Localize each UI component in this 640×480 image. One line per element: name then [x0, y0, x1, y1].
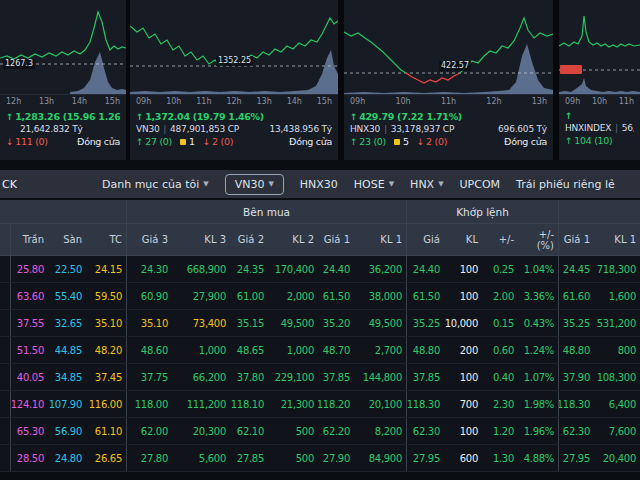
nav-item-label: VN30	[235, 178, 265, 191]
decliners-value: 2 (0)	[426, 136, 447, 147]
table-row[interactable]: 28.5024.8026.6527.805,60027.8550027.9084…	[0, 445, 640, 472]
price-tag	[560, 65, 582, 74]
column-header[interactable]: Giá 1	[558, 224, 594, 255]
table-row[interactable]: 63.6055.4059.5060.9027,90061.002,00061.5…	[0, 283, 640, 310]
column-header[interactable]: TC	[86, 224, 126, 255]
cell: 62.30	[558, 418, 594, 444]
ticker-cell-stub	[0, 391, 10, 417]
column-header[interactable]: Giá 3	[126, 224, 172, 255]
nav-item-label: Trái phiếu riêng lẻ	[516, 178, 615, 191]
decliners-value: 111 (0)	[15, 136, 48, 147]
index-panel-hnxindex[interactable]: 09h10h11h ↑ HNXINDEX|56,715,736 CP ↑104 …	[559, 0, 640, 160]
column-header[interactable]: +/- (%)	[518, 224, 558, 255]
cell: 55.40	[48, 283, 86, 309]
nav-item-upcom[interactable]: UPCOM	[460, 178, 501, 191]
cell: 37.75	[126, 364, 172, 390]
table-row[interactable]: 51.5044.8548.2048.601,00048.651,00048.70…	[0, 337, 640, 364]
cell: 24.35	[230, 256, 268, 282]
market-status: Đóng cửa	[504, 136, 547, 147]
index-value-line: ↑	[565, 111, 634, 121]
cell: 118.10	[230, 391, 268, 417]
nav-item-hnx[interactable]: HNX▼	[410, 178, 443, 191]
index-panel-hnx30[interactable]: 422.57 09h10h11h12h13h ↑429.79 (7.22 1.7…	[344, 0, 553, 160]
column-header[interactable]: Giá 1	[318, 224, 354, 255]
time-axis: 09h10h11h12h13h	[344, 94, 553, 108]
decliners-value: 2 (0)	[212, 136, 233, 147]
column-header[interactable]: KL 1	[594, 224, 640, 255]
cell: 73,400	[172, 310, 230, 336]
nav-item-hnx30[interactable]: HNX30	[300, 178, 338, 191]
cell: 100	[444, 283, 482, 309]
cell: 37.85	[406, 364, 444, 390]
cell: 62.10	[230, 418, 268, 444]
cell: 35.10	[86, 310, 126, 336]
time-axis-label: 13h	[532, 97, 547, 106]
up-arrow-icon: ↑	[136, 112, 143, 122]
table-row[interactable]: 25.8022.5024.1524.30668,90024.35170,4002…	[0, 256, 640, 283]
cell: 229,100	[268, 364, 318, 390]
board-navbar: CK Danh mục của tôi▼VN30▼HNX30HOSE▼HNX▼U…	[0, 170, 640, 198]
nav-item-vn30[interactable]: VN30▼	[225, 174, 284, 195]
ref-price-label: 422.57	[439, 61, 471, 71]
advancers-count: ↑104 (10)	[565, 135, 613, 146]
column-header[interactable]: KL 2	[268, 224, 318, 255]
unchanged-value: 5	[403, 136, 409, 147]
cell: 48.20	[86, 337, 126, 363]
time-axis-label: 15h	[105, 97, 120, 106]
cell: 37.90	[558, 364, 594, 390]
cell: 27,900	[172, 283, 230, 309]
column-header[interactable]: KL 1	[354, 224, 406, 255]
cell: 0.40	[482, 364, 518, 390]
table-row[interactable]: 37.5532.6535.1035.1073,40035.1549,50035.…	[0, 310, 640, 337]
cell: 61.50	[406, 283, 444, 309]
column-header[interactable]: Trần	[10, 224, 48, 255]
column-header[interactable]: KL 3	[172, 224, 230, 255]
sparkline-chart	[130, 0, 338, 94]
cell: 49,500	[268, 310, 318, 336]
index-charts-strip: 1267.3 12h13h14h15h ↑1,283.26 (15.96 1.2…	[0, 0, 640, 160]
cell: 2.00	[482, 283, 518, 309]
cell: 25.80	[10, 256, 48, 282]
cell: 2,000	[268, 283, 318, 309]
unchanged-square-icon	[180, 139, 186, 145]
index-info-line: HNX30|33,178,937 CP 696.605 Tỷ	[350, 124, 547, 134]
cell: 107.90	[48, 391, 86, 417]
cell: 531,200	[594, 310, 640, 336]
table-row[interactable]: 65.3056.9061.1062.0020,30062.1050062.208…	[0, 418, 640, 445]
time-axis-label: 10h	[166, 97, 181, 106]
symbol-search-input[interactable]: CK	[2, 178, 102, 191]
column-header[interactable]: Giá 2	[230, 224, 268, 255]
price-board: Bên muaKhớp lệnhTrầnSànTCGiá 3KL 3Giá 2K…	[0, 200, 640, 472]
nav-item-hose[interactable]: HOSE▼	[354, 178, 394, 191]
nav-item-private-bonds[interactable]: Trái phiếu riêng lẻ	[516, 178, 615, 191]
cell: 27.90	[318, 445, 354, 471]
column-header[interactable]: Giá	[406, 224, 444, 255]
divider: |	[615, 124, 618, 133]
ref-price-label: 1267.3	[3, 59, 35, 69]
cell: 61.10	[86, 418, 126, 444]
cell: 20,400	[594, 445, 640, 471]
index-stats: ↑1,372.04 (19.79 1.46%) VN30|487,901,853…	[130, 108, 338, 160]
cell: 62.30	[406, 418, 444, 444]
table-row[interactable]: 124.10107.90116.00118.00111,200118.1021,…	[0, 391, 640, 418]
ticker-cell-stub	[0, 310, 10, 336]
index-value-line: ↑429.79 (7.22 1.71%)	[350, 111, 547, 122]
divider: |	[164, 125, 167, 134]
column-header[interactable]: Sàn	[48, 224, 86, 255]
cell: 37.80	[230, 364, 268, 390]
index-panel-vnindex[interactable]: 1267.3 12h13h14h15h ↑1,283.26 (15.96 1.2…	[0, 0, 126, 160]
cell: 24.30	[126, 256, 172, 282]
cell: 1.98%	[518, 391, 558, 417]
cell: 32.65	[48, 310, 86, 336]
cell: 6,400	[594, 391, 640, 417]
breadth-line: ↑27 (0) 1 ↓2 (0) Đóng cửa	[136, 136, 332, 147]
column-header[interactable]: +/-	[482, 224, 518, 255]
nav-item-my-watchlist[interactable]: Danh mục của tôi▼	[102, 178, 209, 191]
column-header[interactable]: KL	[444, 224, 482, 255]
time-axis-label: 13h	[39, 97, 54, 106]
down-arrow-icon: ↓	[203, 137, 210, 147]
time-axis-label: 09h	[565, 97, 580, 106]
cell: 44.85	[48, 337, 86, 363]
index-panel-vn30[interactable]: 1352.25 09h10h11h12h13h14h15h ↑1,372.04 …	[130, 0, 338, 160]
table-row[interactable]: 40.0534.8537.4537.7566,20037.80229,10037…	[0, 364, 640, 391]
